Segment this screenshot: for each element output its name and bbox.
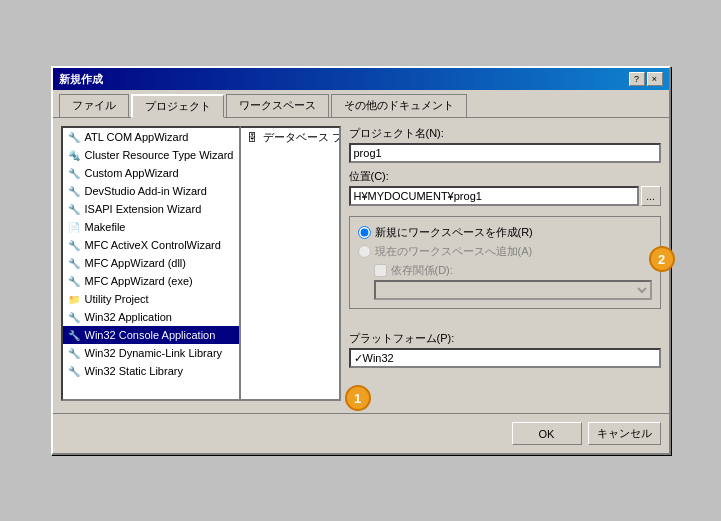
tab-file[interactable]: ファイル bbox=[59, 94, 129, 117]
icon-atl: 🔧 bbox=[66, 129, 82, 145]
project-name-label: プロジェクト名(N): bbox=[349, 126, 661, 141]
list-item[interactable]: 🔧 DevStudio Add-in Wizard bbox=[63, 182, 239, 200]
list-item[interactable]: 📄 Makefile bbox=[63, 218, 239, 236]
create-workspace-row: 新規にワークスペースを作成(R) bbox=[358, 225, 652, 240]
add-workspace-row: 現在のワークスペースへ追加(A) bbox=[358, 244, 652, 259]
dependency-dropdown[interactable] bbox=[374, 280, 652, 300]
icon-isapi: 🔧 bbox=[66, 201, 82, 217]
window-title: 新規作成 bbox=[59, 72, 103, 87]
icon-db: 🗄 bbox=[244, 129, 260, 145]
icon-mfc-dll: 🔧 bbox=[66, 255, 82, 271]
platform-group: プラットフォーム(P): bbox=[349, 331, 661, 368]
callout-2: 2 bbox=[649, 246, 675, 272]
tab-workspace[interactable]: ワークスペース bbox=[226, 94, 329, 117]
ok-button[interactable]: OK bbox=[512, 422, 582, 445]
project-name-input[interactable] bbox=[349, 143, 661, 163]
split-pane: 🔧 ATL COM AppWizard 🔩 Cluster Resource T… bbox=[61, 126, 341, 401]
main-window: 新規作成 ? × ファイル プロジェクト ワークスペース その他のドキュメント … bbox=[51, 66, 671, 455]
project-name-group: プロジェクト名(N): bbox=[349, 126, 661, 163]
list-item[interactable]: 📁 Utility Project bbox=[63, 290, 239, 308]
tab-project[interactable]: プロジェクト bbox=[131, 94, 224, 118]
icon-win32console: 🔧 bbox=[66, 327, 82, 343]
cancel-button[interactable]: キャンセル bbox=[588, 422, 661, 445]
icon-mfc-activex: 🔧 bbox=[66, 237, 82, 253]
icon-win32static: 🔧 bbox=[66, 363, 82, 379]
title-bar: 新規作成 ? × bbox=[53, 68, 669, 90]
left-list-panel[interactable]: 🔧 ATL COM AppWizard 🔩 Cluster Resource T… bbox=[61, 126, 241, 401]
platform-input[interactable] bbox=[349, 348, 661, 368]
tab-bar: ファイル プロジェクト ワークスペース その他のドキュメント bbox=[53, 90, 669, 118]
icon-mfc-exe: 🔧 bbox=[66, 273, 82, 289]
platform-label: プラットフォーム(P): bbox=[349, 331, 661, 346]
list-item[interactable]: 🔧 Win32 Dynamic-Link Library bbox=[63, 344, 239, 362]
left-pane-wrapper: 🔧 ATL COM AppWizard 🔩 Cluster Resource T… bbox=[61, 126, 341, 401]
dependency-dropdown-row bbox=[374, 280, 652, 300]
list-item[interactable]: 🔩 Cluster Resource Type Wizard bbox=[63, 146, 239, 164]
icon-devstudio: 🔧 bbox=[66, 183, 82, 199]
create-workspace-label: 新規にワークスペースを作成(R) bbox=[375, 225, 533, 240]
close-button[interactable]: × bbox=[647, 72, 663, 86]
list-item[interactable]: 🔧 Win32 Static Library bbox=[63, 362, 239, 380]
list-item[interactable]: 🔧 MFC ActiveX ControlWizard bbox=[63, 236, 239, 254]
add-workspace-radio[interactable] bbox=[358, 245, 371, 258]
icon-utility: 📁 bbox=[66, 291, 82, 307]
location-row: ... bbox=[349, 186, 661, 206]
dependency-row: 依存関係(D): bbox=[374, 263, 652, 278]
list-item[interactable]: 🔧 MFC AppWizard (dll) bbox=[63, 254, 239, 272]
list-item-selected[interactable]: 🔧 Win32 Console Application bbox=[63, 326, 239, 344]
bottom-bar: OK キャンセル bbox=[53, 413, 669, 453]
icon-cluster: 🔩 bbox=[66, 147, 82, 163]
title-bar-buttons: ? × bbox=[629, 72, 663, 86]
list-item-db[interactable]: 🗄 データベース プロジェクト bbox=[241, 128, 339, 146]
content-area: 🔧 ATL COM AppWizard 🔩 Cluster Resource T… bbox=[53, 118, 669, 409]
list-item[interactable]: 🔧 ISAPI Extension Wizard bbox=[63, 200, 239, 218]
list-item[interactable]: 🔧 Custom AppWizard bbox=[63, 164, 239, 182]
dependency-checkbox[interactable] bbox=[374, 264, 387, 277]
location-input[interactable] bbox=[349, 186, 639, 206]
dependency-label: 依存関係(D): bbox=[391, 263, 453, 278]
workspace-options-group: 新規にワークスペースを作成(R) 現在のワークスペースへ追加(A) 依存関係(D… bbox=[349, 216, 661, 309]
list-item[interactable]: 🔧 Win32 Application bbox=[63, 308, 239, 326]
right-list-panel[interactable]: 🗄 データベース プロジェクト bbox=[241, 126, 341, 401]
location-label: 位置(C): bbox=[349, 169, 661, 184]
browse-button[interactable]: ... bbox=[641, 186, 661, 206]
icon-win32dll: 🔧 bbox=[66, 345, 82, 361]
add-workspace-label: 現在のワークスペースへ追加(A) bbox=[375, 244, 533, 259]
tab-other[interactable]: その他のドキュメント bbox=[331, 94, 467, 117]
right-panel: プロジェクト名(N): 位置(C): ... 新規にワークスペースを作成(R) bbox=[349, 126, 661, 401]
location-group: 位置(C): ... bbox=[349, 169, 661, 206]
list-item[interactable]: 🔧 MFC AppWizard (exe) bbox=[63, 272, 239, 290]
callout-1: 1 bbox=[345, 385, 371, 411]
help-button[interactable]: ? bbox=[629, 72, 645, 86]
icon-win32app: 🔧 bbox=[66, 309, 82, 325]
list-item[interactable]: 🔧 ATL COM AppWizard bbox=[63, 128, 239, 146]
icon-makefile: 📄 bbox=[66, 219, 82, 235]
icon-custom: 🔧 bbox=[66, 165, 82, 181]
create-workspace-radio[interactable] bbox=[358, 226, 371, 239]
